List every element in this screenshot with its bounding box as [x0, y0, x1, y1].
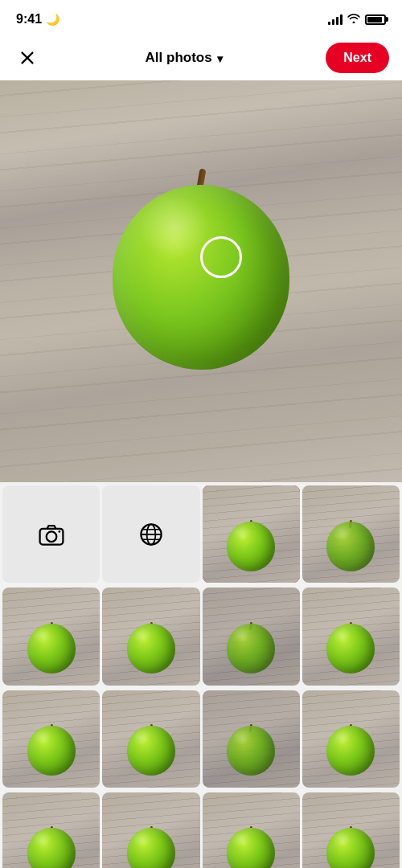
photo-cell-13[interactable]: [302, 792, 400, 868]
status-bar: 9:41 🌙: [0, 0, 402, 35]
chevron-down-icon: ▾: [217, 52, 223, 65]
grid-row-1: [0, 482, 402, 585]
camera-icon: [37, 520, 66, 549]
photo-cell-4[interactable]: [203, 588, 300, 685]
next-button[interactable]: Next: [326, 43, 389, 73]
photo-cell-8[interactable]: [203, 690, 300, 788]
photo-cell-12[interactable]: [203, 792, 300, 868]
camera-cell[interactable]: [2, 485, 100, 583]
selection-circle: [200, 236, 242, 278]
photo-cell-6[interactable]: [2, 690, 100, 788]
album-title: All photos: [146, 50, 212, 66]
globe-icon: [137, 520, 166, 549]
status-time: 9:41: [16, 12, 42, 27]
grid-row-4: [0, 790, 402, 868]
moon-icon: 🌙: [46, 13, 59, 26]
photo-cell-7[interactable]: [102, 690, 199, 788]
photo-cell-10[interactable]: [2, 792, 100, 868]
selected-photo-cell[interactable]: [203, 485, 300, 583]
grid-row-3: [0, 688, 402, 790]
preview-image: [0, 80, 402, 482]
globe-cell[interactable]: [102, 485, 199, 583]
status-icons: [328, 13, 386, 26]
wifi-icon: [347, 13, 360, 26]
photo-cell-5[interactable]: [302, 588, 400, 685]
close-button[interactable]: [13, 43, 42, 72]
grid-row-2: [0, 585, 402, 687]
signal-icon: [328, 14, 343, 25]
header: All photos ▾ Next: [0, 35, 402, 80]
battery-icon: [365, 14, 386, 25]
album-selector[interactable]: All photos ▾: [146, 50, 223, 66]
photo-cell-2[interactable]: [2, 588, 100, 685]
photo-cell-11[interactable]: [102, 792, 199, 868]
photo-cell-9[interactable]: [302, 690, 400, 788]
photo-grid: [0, 482, 402, 868]
svg-point-4: [58, 530, 60, 533]
photo-cell-1[interactable]: [302, 485, 400, 583]
photo-cell-3[interactable]: [102, 588, 199, 685]
svg-point-3: [46, 531, 56, 542]
